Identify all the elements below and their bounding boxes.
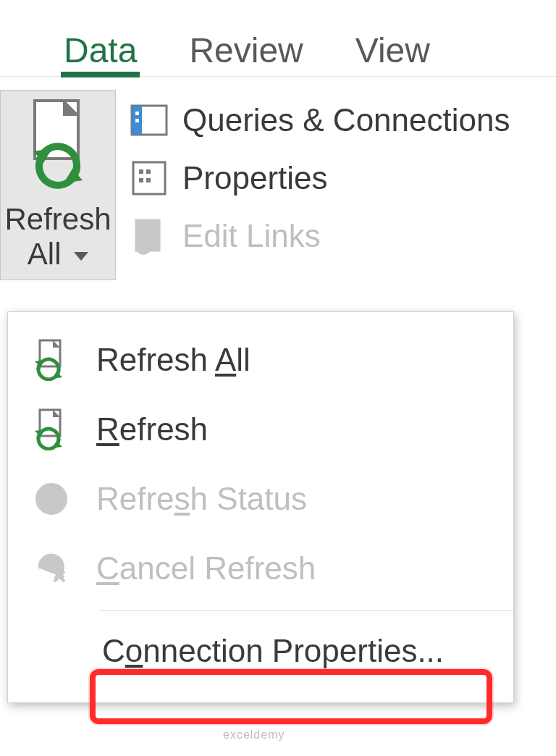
- watermark: exceldemy: [223, 728, 285, 742]
- menu-refresh-label: Refresh: [96, 411, 208, 448]
- properties-button[interactable]: Properties: [129, 158, 510, 198]
- menu-connection-properties[interactable]: Connection Properties...: [8, 618, 513, 684]
- ribbon-data-group: Refresh All Queries & Connections: [0, 77, 556, 296]
- queries-connections-icon: [129, 100, 169, 140]
- edit-links-button: Edit Links: [129, 216, 510, 256]
- menu-refresh-all[interactable]: Refresh All: [8, 325, 513, 395]
- menu-refresh-status: Refresh Status: [8, 464, 513, 534]
- tab-data[interactable]: Data: [64, 30, 137, 76]
- menu-refresh-status-label: Refresh Status: [96, 481, 307, 517]
- cancel-refresh-icon: [31, 548, 72, 589]
- refresh-all-label-2: All: [28, 237, 62, 271]
- refresh-all-icon: [22, 96, 94, 198]
- svg-rect-11: [146, 178, 151, 182]
- edit-links-label: Edit Links: [182, 218, 321, 254]
- menu-cancel-refresh-label: Cancel Refresh: [96, 550, 316, 587]
- svg-rect-5: [135, 112, 139, 115]
- menu-divider: [99, 610, 513, 611]
- refresh-all-menu-icon: [31, 340, 72, 380]
- queries-connections-button[interactable]: Queries & Connections: [129, 100, 510, 140]
- refresh-menu-icon: [31, 409, 72, 450]
- tab-review[interactable]: Review: [189, 30, 303, 76]
- properties-label: Properties: [182, 160, 328, 196]
- menu-refresh-all-label: Refresh All: [96, 342, 250, 378]
- menu-refresh[interactable]: Refresh: [8, 395, 513, 464]
- info-icon: [31, 479, 72, 519]
- menu-connection-properties-label: Connection Properties...: [102, 633, 444, 669]
- menu-cancel-refresh: Cancel Refresh: [8, 534, 513, 603]
- properties-icon: [129, 158, 169, 198]
- refresh-all-dropdown: Refresh All Refresh Ref: [7, 311, 514, 703]
- svg-rect-9: [146, 169, 151, 174]
- svg-rect-6: [135, 119, 139, 122]
- tab-view[interactable]: View: [355, 30, 430, 76]
- edit-links-icon: [129, 216, 169, 256]
- refresh-all-button[interactable]: Refresh All: [0, 90, 116, 280]
- refresh-all-label-1: Refresh: [4, 202, 111, 236]
- svg-rect-22: [49, 496, 54, 508]
- chevron-down-icon: [74, 252, 88, 261]
- svg-point-21: [49, 490, 54, 494]
- ribbon-tabs: Data Review View: [0, 0, 556, 77]
- svg-rect-8: [139, 169, 143, 174]
- svg-rect-10: [139, 178, 143, 182]
- queries-connections-label: Queries & Connections: [182, 102, 510, 138]
